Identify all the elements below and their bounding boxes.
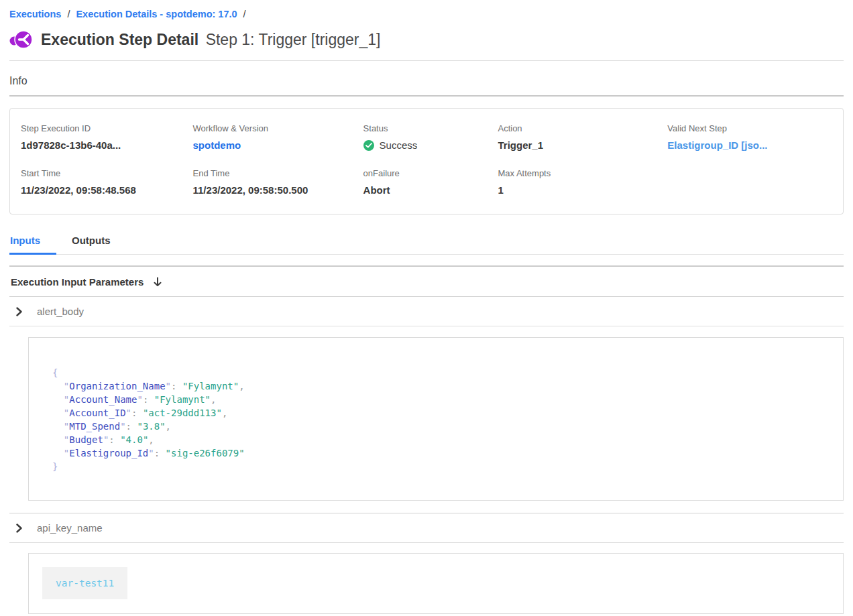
field-action: Action Trigger_1 [498, 123, 667, 151]
field-value: 11/23/2022, 09:58:48.568 [21, 184, 193, 196]
arrow-down-icon[interactable] [153, 277, 162, 288]
field-value: 1d97828c-13b6-40a... [21, 139, 193, 151]
field-label: Max Attempts [498, 168, 667, 178]
field-label: Status [363, 123, 498, 133]
execution-input-parameters-header: Execution Input Parameters [9, 267, 844, 296]
param-row-alert-body[interactable]: alert_body [9, 297, 844, 326]
row-divider [9, 542, 844, 543]
field-end-time: End Time 11/23/2022, 09:58:50.500 [193, 168, 363, 196]
field-max-attempts: Max Attempts 1 [498, 168, 667, 196]
next-step-link[interactable]: Elastigroup_ID [jso... [667, 139, 832, 151]
field-label: Start Time [21, 168, 193, 178]
breadcrumb-executions-link[interactable]: Executions [9, 9, 61, 19]
execution-step-detail-page: Executions / Execution Details - spotdem… [0, 0, 853, 616]
success-check-icon [363, 140, 374, 151]
param-row-api-key-name[interactable]: api_key_name [9, 513, 844, 542]
row-divider [9, 326, 844, 326]
api-key-name-value-box: var-test11 [28, 553, 844, 614]
page-subtitle: Step 1: Trigger [trigger_1] [206, 31, 381, 48]
api-key-name-value: var-test11 [42, 567, 127, 599]
field-label: onFailure [363, 168, 498, 178]
field-step-execution-id: Step Execution ID 1d97828c-13b6-40a... [21, 123, 193, 151]
param-name: alert_body [37, 306, 84, 317]
field-workflow-version: Workflow & Version spotdemo [193, 123, 363, 151]
field-value: Trigger_1 [498, 139, 667, 151]
alert-body-json-viewer: { "Organization_Name": "Fylamynt", "Acco… [28, 337, 844, 501]
info-section-heading: Info [9, 75, 844, 87]
page-header: Execution Step Detail Step 1: Trigger [t… [9, 29, 844, 50]
field-label: Action [498, 123, 667, 133]
field-status: Status Success [363, 123, 498, 151]
chevron-right-icon [15, 307, 23, 316]
params-title: Execution Input Parameters [11, 276, 144, 288]
breadcrumb-separator: / [243, 9, 246, 19]
field-label: End Time [193, 168, 363, 178]
page-title: Execution Step Detail [41, 31, 198, 48]
breadcrumb-separator: / [67, 9, 70, 19]
field-label: Workflow & Version [193, 123, 363, 133]
breadcrumb: Executions / Execution Details - spotdem… [9, 0, 844, 19]
breadcrumb-execution-details-link[interactable]: Execution Details - spotdemo: 17.0 [76, 9, 237, 19]
fylamynt-logo-icon [9, 29, 32, 50]
workflow-link[interactable]: spotdemo [193, 139, 363, 151]
field-start-time: Start Time 11/23/2022, 09:58:48.568 [21, 168, 193, 196]
field-value: Abort [363, 184, 498, 196]
field-valid-next-step: Valid Next Step Elastigroup_ID [jso... [667, 123, 832, 151]
header-divider [9, 60, 844, 61]
tab-inputs[interactable]: Inputs [9, 229, 56, 254]
status-badge: Success [380, 139, 418, 151]
json-code: { "Organization_Name": "Fylamynt", "Acco… [52, 366, 823, 473]
field-label: Step Execution ID [21, 123, 193, 133]
param-name: api_key_name [37, 522, 103, 534]
field-label: Valid Next Step [667, 123, 832, 133]
info-divider [9, 95, 844, 97]
tab-bar: Inputs Outputs [9, 229, 844, 255]
field-value: 11/23/2022, 09:58:50.500 [193, 184, 363, 196]
tab-outputs[interactable]: Outputs [71, 229, 127, 254]
chevron-right-icon [15, 523, 23, 533]
info-card: Step Execution ID 1d97828c-13b6-40a... W… [9, 108, 844, 214]
field-onfailure: onFailure Abort [363, 168, 498, 196]
field-value: 1 [498, 184, 667, 196]
